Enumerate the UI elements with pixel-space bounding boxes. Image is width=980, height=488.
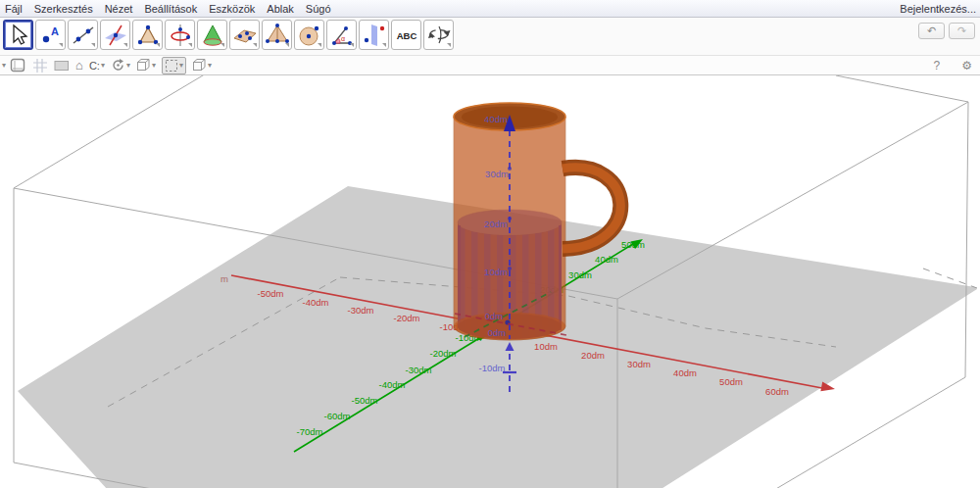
tool-buttons: A — [3, 20, 454, 50]
menu-file[interactable]: Fájl — [0, 2, 28, 16]
chevron-down-icon: ▾ — [126, 61, 130, 70]
line-icon — [74, 27, 93, 43]
point-capturing-dropdown[interactable]: C: ▾ — [89, 60, 105, 72]
tool-point[interactable]: A — [35, 20, 66, 50]
tool-circle-axis-point[interactable] — [165, 20, 195, 50]
tool-reflect-plane[interactable] — [359, 20, 389, 50]
tool-sphere[interactable] — [294, 20, 324, 50]
tool-line[interactable] — [68, 20, 98, 50]
y-axis-label: -30dm — [406, 365, 432, 375]
chevron-down-icon: ▾ — [101, 61, 105, 70]
menu-edit[interactable]: Szerkesztés — [28, 2, 99, 16]
x-axis-label: 60dm — [765, 386, 789, 397]
help-button[interactable]: ? — [934, 59, 941, 73]
axes-icon — [12, 59, 24, 71]
plane-object-label: m — [220, 273, 228, 284]
menu-help[interactable]: Súgó — [300, 2, 337, 16]
menu-window[interactable]: Ablak — [261, 2, 300, 16]
menu-view[interactable]: Nézet — [99, 2, 139, 16]
toolbar: A — [0, 18, 980, 56]
svg-text:α: α — [341, 35, 345, 42]
x-axis-label: -30dm — [348, 305, 374, 316]
sphere-icon — [300, 25, 318, 44]
mirror-plane-icon — [364, 24, 383, 46]
y-axis-label: 50dm — [621, 239, 645, 250]
y-axis-label: -40dm — [379, 379, 406, 390]
chevron-down-icon: ▾ — [179, 61, 183, 70]
plane-icon — [234, 30, 256, 42]
undo-redo-group: ↶ ↷ — [918, 23, 975, 39]
show-axes-button[interactable] — [10, 58, 26, 73]
clipping-box-dropdown[interactable]: ▾ — [162, 57, 186, 74]
plane-surface-icon — [55, 61, 69, 70]
stylebar-collapse-icon[interactable]: ▾ — [2, 61, 6, 70]
tool-text[interactable]: ABC — [391, 20, 421, 50]
move-cursor-icon — [14, 25, 26, 44]
x-axis-label: 50dm — [719, 376, 743, 387]
tool-polygon[interactable] — [132, 20, 163, 50]
x-axis-label: -40dm — [303, 297, 329, 308]
z-axis-label: 10dm — [484, 267, 508, 277]
z-axis-label: -10dm — [479, 363, 506, 373]
x-axis-label: 10dm — [534, 341, 558, 352]
angle-icon: α — [332, 26, 352, 45]
menu-tools[interactable]: Eszközök — [203, 2, 261, 16]
undo-button[interactable]: ↶ — [918, 23, 945, 39]
tool-pyramid[interactable] — [262, 20, 292, 50]
tool-plane-three-points[interactable] — [229, 20, 260, 50]
show-plane-button[interactable] — [54, 59, 70, 73]
point-capturing-label: C: — [89, 60, 100, 72]
pyramid-icon — [266, 24, 289, 43]
standard-view-button[interactable]: ⌂ — [75, 58, 83, 73]
tool-cone[interactable] — [197, 20, 227, 50]
z-axis-label: 40dm — [484, 114, 508, 124]
style-bar: ▾ ⌂ C: ▾ ▾ ▾ ▾ ▾ ? — [0, 56, 980, 75]
y-axis-label: -60dm — [324, 411, 351, 421]
graphics-3d-view[interactable]: -50dm-40dm-30dm-20dm-10dm10dm20dm30dm40d… — [0, 75, 980, 488]
rotate-icon — [114, 59, 123, 70]
menu-settings[interactable]: Beállítások — [138, 2, 203, 16]
z-axis-label: 0dm — [485, 311, 504, 321]
view-direction-dropdown[interactable]: ▾ — [136, 58, 156, 73]
cube-outline-icon — [193, 60, 205, 71]
menu-bar: Fájl Szerkesztés Nézet Beállítások Eszkö… — [0, 0, 980, 18]
tool-move[interactable] — [3, 20, 33, 50]
rotate-view-dropdown[interactable]: ▾ — [111, 58, 130, 73]
show-grid-button[interactable] — [32, 58, 48, 73]
tool-angle[interactable]: α — [326, 20, 357, 50]
geogebra-window: Fájl Szerkesztés Nézet Beállítások Eszkö… — [0, 0, 980, 488]
x-axis-label: 30dm — [627, 359, 651, 369]
stylebar-right-group: ? ⚙ — [934, 56, 972, 74]
cube-icon — [137, 60, 149, 71]
tool-perpendicular-line[interactable] — [100, 20, 130, 50]
redo-button[interactable]: ↷ — [949, 23, 975, 39]
x-axis-label: 20dm — [581, 350, 605, 361]
z-axis-label: 30dm — [485, 169, 509, 179]
cone-icon — [204, 25, 221, 45]
y-axis-label: -50dm — [352, 395, 378, 406]
z-axis-label: 20dm — [484, 219, 508, 229]
rotate-view-icon — [428, 26, 451, 43]
perpendicular-line-icon — [105, 25, 126, 45]
sign-in-link[interactable]: Bejelentkezés... — [900, 3, 980, 15]
clipping-box-icon — [166, 60, 176, 71]
settings-gear-icon[interactable]: ⚙ — [961, 59, 972, 73]
x-axis-label: 40dm — [673, 367, 697, 378]
y-axis-label: 40dm — [595, 254, 618, 265]
x-axis-label: -50dm — [258, 288, 284, 299]
circle-axis-icon — [172, 24, 190, 46]
svg-text:A: A — [51, 25, 59, 37]
x-axis-label: -20dm — [394, 313, 420, 323]
chevron-down-icon: ▾ — [208, 61, 212, 70]
y-axis-label: -70dm — [297, 426, 323, 437]
y-axis-label: 30dm — [568, 269, 592, 280]
point-icon: A — [42, 25, 58, 42]
abc-text-icon: ABC — [396, 30, 416, 41]
grid-icon — [33, 59, 47, 73]
y-axis-label: -20dm — [430, 348, 457, 359]
chevron-down-icon: ▾ — [152, 61, 156, 70]
polygon-icon — [137, 24, 157, 43]
tool-rotate-view[interactable] — [423, 20, 454, 50]
z-axis-label: 0dm — [488, 327, 507, 338]
box-size-dropdown[interactable]: ▾ — [192, 58, 212, 73]
